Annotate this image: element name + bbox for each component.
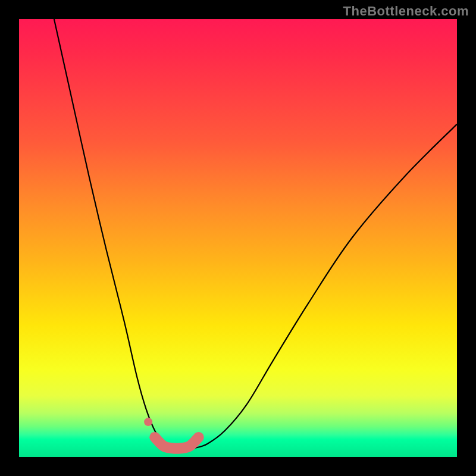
plot-area bbox=[19, 19, 457, 457]
series-bottom-arc-main bbox=[155, 437, 199, 449]
series-bottom-dot-left bbox=[144, 418, 152, 426]
series-right-curve bbox=[194, 124, 457, 449]
series-left-curve bbox=[54, 19, 173, 449]
watermark-text: TheBottleneck.com bbox=[343, 4, 469, 19]
chart-svg bbox=[19, 19, 457, 457]
chart-frame: TheBottleneck.com bbox=[0, 0, 476, 476]
